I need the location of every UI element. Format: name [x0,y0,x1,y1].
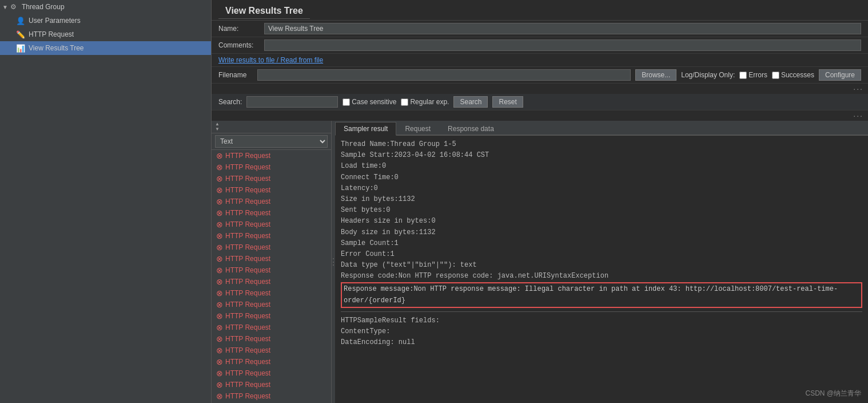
list-item[interactable]: ⊗HTTP Request [212,299,331,310]
file-link[interactable]: Write results to file / Read from file [218,56,323,64]
filename-input[interactable] [257,69,631,81]
result-line: Sample Count:1 [341,238,862,249]
name-row: Name: [212,21,868,37]
case-sensitive-text: Case sensitive [352,98,396,106]
item-label: HTTP Request [225,152,270,160]
error-icon: ⊗ [216,357,223,366]
list-item[interactable]: ⊗HTTP Request [212,242,331,253]
list-item[interactable]: ⊗HTTP Request [212,276,331,287]
sidebar-item-view-results-tree[interactable]: 📊 View Results Tree [0,41,211,55]
item-label: HTTP Request [225,301,270,309]
arrow-down-icon: ▼ [215,127,220,132]
sidebar-item-user-parameters[interactable]: 👤 User Parameters [0,14,211,27]
errors-checkbox-label[interactable]: Errors [739,71,767,79]
item-label: HTTP Request [225,392,270,400]
list-item[interactable]: ⊗HTTP Request [212,230,331,242]
tab-response-data[interactable]: Response data [439,122,503,136]
item-label: HTTP Request [225,323,270,331]
user-icon: 👤 [16,16,25,25]
errors-label: Errors [748,71,767,79]
search-button[interactable]: Search [453,96,488,108]
gear-icon: ⚙ [9,2,18,11]
item-label: HTTP Request [225,232,270,240]
result-line: Error Count:1 [341,249,862,260]
list-item[interactable]: ⊗HTTP Request [212,196,331,207]
sidebar-item-http-request[interactable]: ✏️ HTTP Request [0,27,211,41]
item-label: HTTP Request [225,186,270,194]
list-item[interactable]: ⊗HTTP Request [212,173,331,184]
list-item[interactable]: ⊗HTTP Request [212,184,331,196]
list-item[interactable]: ⊗HTTP Request [212,310,331,322]
error-icon: ⊗ [216,243,223,252]
list-item[interactable]: ⊗HTTP Request [212,150,331,161]
list-item[interactable]: ⊗HTTP Request [212,161,331,173]
successes-label: Successes [781,71,814,79]
item-label: HTTP Request [225,209,270,217]
watermark: CSDN @纳兰青华 [805,389,861,398]
search-row: Search: Case sensitive Regular exp. Sear… [212,94,868,110]
list-item[interactable]: ⊗HTTP Request [212,345,331,356]
result-extra-line: ContentType: [341,326,862,337]
dots-row-1: ··· [212,84,868,94]
list-item[interactable]: ⊗HTTP Request [212,207,331,219]
case-sensitive-label[interactable]: Case sensitive [343,98,396,106]
regular-exp-label[interactable]: Regular exp. [401,98,449,106]
list-item[interactable]: ⊗HTTP Request [212,379,331,390]
errors-checkbox[interactable] [739,72,747,79]
regular-exp-text: Regular exp. [410,98,449,106]
list-item[interactable]: ⊗HTTP Request [212,356,331,368]
dots-icon-2: ··· [853,111,863,120]
search-input[interactable] [246,96,338,108]
result-line: Sent bytes:0 [341,205,862,216]
sidebar: ▼ ⚙ Thread Group 👤 User Parameters ✏️ HT… [0,0,212,403]
configure-button[interactable]: Configure [819,69,861,81]
tab-request[interactable]: Request [396,122,439,136]
successes-checkbox-label[interactable]: Successes [772,71,814,79]
result-extra-line: HTTPSampleResult fields: [341,315,862,326]
list-toolbar: Text HTML JSON XML Regexp Tester [212,133,331,150]
list-item[interactable]: ⊗HTTP Request [212,333,331,345]
case-sensitive-checkbox[interactable] [343,98,350,106]
sidebar-item-label-view-results-tree: View Results Tree [29,44,84,52]
item-label: HTTP Request [225,312,270,320]
result-line: Body size in bytes:1132 [341,227,862,238]
list-item[interactable]: ⊗HTTP Request [212,219,331,230]
list-item[interactable]: ⊗HTTP Request [212,368,331,379]
comments-label: Comments: [218,41,264,49]
list-item[interactable]: ⊗HTTP Request [212,264,331,276]
list-item[interactable]: ⊗HTTP Request [212,253,331,264]
name-input[interactable] [264,23,861,34]
comments-input[interactable] [264,39,861,51]
error-icon: ⊗ [216,380,223,389]
error-icon: ⊗ [216,289,223,298]
list-panel-header: ▲ ▼ [212,121,331,133]
search-label: Search: [218,98,242,106]
dots-icon-1: ··· [853,84,863,93]
list-item[interactable]: ⊗HTTP Request [212,287,331,299]
reset-button[interactable]: Reset [492,96,523,108]
error-icon: ⊗ [216,277,223,286]
browse-button[interactable]: Browse... [635,69,676,81]
sidebar-group-label: Thread Group [22,3,65,11]
list-item[interactable]: ⊗HTTP Request [212,390,331,402]
item-label: HTTP Request [225,346,270,354]
regular-exp-checkbox[interactable] [401,98,408,106]
file-section: Write results to file / Read from file [212,54,868,67]
sidebar-group-thread[interactable]: ▼ ⚙ Thread Group [0,0,211,14]
list-sort-arrows: ▲ ▼ [215,122,220,132]
error-icon: ⊗ [216,151,223,160]
list-item[interactable]: ⊗HTTP Request [212,322,331,333]
result-line: Data type ("text"|"bin"|""): text [341,260,862,271]
list-filter-select[interactable]: Text HTML JSON XML Regexp Tester [215,135,328,148]
result-line: Size in bytes:1132 [341,194,862,205]
tab-sampler-result[interactable]: Sampler result [335,122,396,136]
successes-checkbox[interactable] [772,72,779,79]
error-icon: ⊗ [216,208,223,218]
item-label: HTTP Request [225,163,270,171]
item-label: HTTP Request [225,243,270,251]
result-panel: Sampler result Request Response data Thr… [335,121,868,403]
item-label: HTTP Request [225,175,270,183]
result-line: Latency:0 [341,183,862,194]
error-icon: ⊗ [216,392,223,401]
comments-row: Comments: [212,37,868,54]
